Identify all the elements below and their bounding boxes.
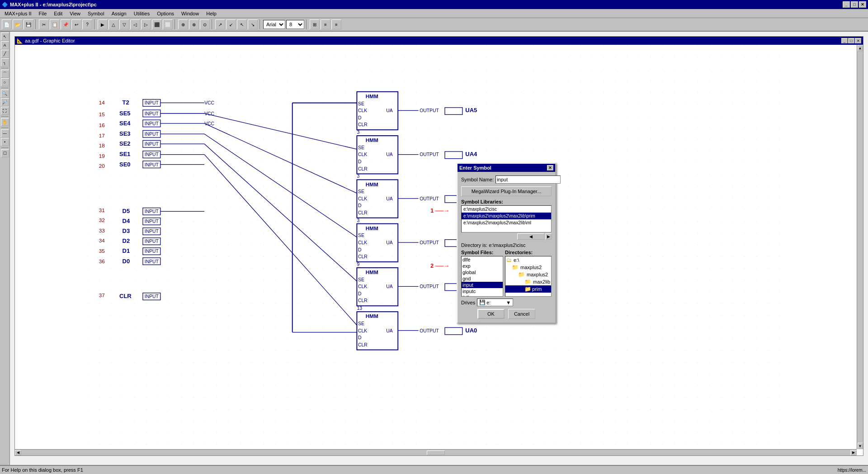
status-bar: For Help on this dialog box, press F1 ht…: [0, 465, 868, 474]
tb-icon4[interactable]: ▷: [141, 19, 151, 29]
menu-file[interactable]: File: [35, 10, 51, 17]
zoom-out-tool[interactable]: 🔎: [1, 98, 9, 106]
tb-icon1[interactable]: △: [108, 19, 118, 29]
text-tool[interactable]: A: [1, 41, 9, 49]
tb-icon5[interactable]: ⬛: [152, 19, 162, 29]
svg-text:CLR: CLR: [358, 210, 368, 215]
paste-btn[interactable]: 📌: [61, 19, 71, 29]
lib-scroll-left[interactable]: ◀: [517, 233, 544, 240]
tb-icon16[interactable]: ≡: [331, 19, 341, 29]
zoom-in-tool[interactable]: 🔍: [1, 90, 9, 98]
tb-icon13[interactable]: ↘: [248, 19, 258, 29]
maximize-button[interactable]: □: [851, 1, 858, 8]
libraries-listbox[interactable]: e:\maxplus2\cisc e:\maxplus2\maxplus2\ma…: [461, 205, 552, 232]
symbol-tool[interactable]: ☐: [1, 149, 9, 157]
tb-icon2[interactable]: ▽: [119, 19, 129, 29]
file-global[interactable]: global: [462, 269, 503, 275]
menu-assign[interactable]: Assign: [108, 10, 130, 17]
line-tool[interactable]: ╱: [1, 50, 9, 58]
lib-scroll-right[interactable]: ▶: [545, 233, 552, 240]
menu-help[interactable]: Help: [203, 10, 220, 17]
tb-icon12[interactable]: ↖: [237, 19, 247, 29]
file-dlfe[interactable]: dlfe: [462, 256, 503, 263]
editor-maximize-btn[interactable]: □: [848, 38, 854, 43]
horizontal-scrollbar[interactable]: ◀ ▶: [15, 449, 857, 455]
tb-icon7[interactable]: ⊕: [178, 19, 188, 29]
dir-maxplus2-1[interactable]: 📁maxplus2: [505, 264, 551, 271]
new-btn[interactable]: 📄: [2, 19, 12, 29]
svg-text:35: 35: [99, 248, 105, 254]
ortho-line-tool[interactable]: ┐: [1, 58, 9, 66]
menu-maxplus[interactable]: MAX+plus II: [1, 10, 35, 17]
lib-item-2[interactable]: e:\maxplus2\maxplus2\max2lib\prim: [462, 213, 551, 219]
fit-tool[interactable]: ⛶: [1, 107, 9, 115]
app-icon: 🔷: [2, 2, 8, 8]
menu-edit[interactable]: Edit: [50, 10, 66, 17]
vertical-scrollbar[interactable]: ▲ ▼: [857, 45, 863, 449]
tb-icon3[interactable]: ◁: [130, 19, 140, 29]
editor-icon: 📐: [17, 38, 23, 44]
undo-btn[interactable]: ↩: [71, 19, 81, 29]
cancel-button[interactable]: Cancel: [508, 309, 535, 319]
editor-close-btn[interactable]: ✕: [855, 38, 861, 43]
close-button[interactable]: ✕: [859, 1, 866, 8]
svg-text:SE5: SE5: [119, 110, 131, 117]
file-jkff[interactable]: jkff: [462, 294, 503, 297]
tb-icon9[interactable]: ⊙: [200, 19, 210, 29]
cut-btn[interactable]: ✂: [39, 19, 49, 29]
dir-e[interactable]: 🗂e:\: [505, 256, 551, 264]
open-btn[interactable]: 📂: [13, 19, 23, 29]
svg-text:HMM: HMM: [366, 137, 378, 143]
file-input[interactable]: input: [462, 282, 503, 288]
copy-btn[interactable]: 📋: [50, 19, 60, 29]
font-name-select[interactable]: Arial: [263, 20, 285, 29]
svg-text:D5: D5: [123, 208, 130, 214]
font-size-select[interactable]: 8: [286, 20, 304, 29]
svg-text:SE0: SE0: [119, 161, 131, 168]
svg-text:INPUT: INPUT: [145, 132, 159, 137]
menu-utilities[interactable]: Utilities: [130, 10, 153, 17]
dir-max2lib[interactable]: 📁max2lib: [505, 278, 551, 285]
drives-value[interactable]: 💾 e: ▼: [477, 299, 513, 306]
menu-window[interactable]: Window: [178, 10, 203, 17]
drives-dropdown-arrow[interactable]: ▼: [506, 300, 511, 305]
node-tool[interactable]: •: [1, 138, 9, 146]
menu-options[interactable]: Options: [153, 10, 178, 17]
move-tool[interactable]: ✋: [1, 118, 9, 126]
svg-text:SE: SE: [358, 321, 364, 326]
editor-minimize-btn[interactable]: _: [841, 38, 848, 43]
help-btn[interactable]: ?: [82, 19, 92, 29]
menu-symbol[interactable]: Symbol: [84, 10, 108, 17]
megawizard-btn[interactable]: MegaWizard Plug-In Manager...: [461, 186, 552, 196]
dir-prim[interactable]: 📁prim: [505, 285, 551, 293]
pointer-tool[interactable]: ↖: [1, 33, 9, 41]
tb-icon8[interactable]: ⊗: [189, 19, 199, 29]
tb-icon11[interactable]: ↙: [226, 19, 236, 29]
arc-tool[interactable]: ⌒: [1, 70, 9, 78]
lib-item-1[interactable]: e:\maxplus2\cisc: [462, 206, 551, 213]
tb-icon15[interactable]: ≡: [321, 19, 330, 29]
lib-item-3[interactable]: e:\maxplus2\maxplus2\max2lib\ml: [462, 219, 551, 226]
svg-text:D4: D4: [123, 218, 130, 224]
dialog-close-btn[interactable]: ✕: [547, 165, 553, 171]
file-exp[interactable]: exp: [462, 263, 503, 269]
tb-icon14[interactable]: ⊞: [310, 19, 320, 29]
tb-icon6[interactable]: ⬜: [163, 19, 173, 29]
file-gnd[interactable]: gnd: [462, 275, 503, 282]
symbol-name-input[interactable]: [495, 175, 561, 184]
save-btn[interactable]: 💾: [24, 19, 33, 29]
symbol-files-list[interactable]: dlfe exp global gnd input inputc jkff jk…: [461, 256, 503, 297]
tb-icon10[interactable]: ↗: [215, 19, 225, 29]
dir-maxplus2-2[interactable]: 📁maxplus2: [505, 271, 551, 278]
ok-button[interactable]: OK: [477, 309, 505, 319]
compile-btn[interactable]: ▶: [98, 19, 108, 29]
directories-list[interactable]: 🗂e:\ 📁maxplus2 📁maxplus2 📁max2lib: [505, 256, 552, 297]
minimize-button[interactable]: _: [843, 1, 850, 8]
arrow-1-label: 1 ──→: [430, 207, 449, 214]
directory-label: Directory is: e:\maxplus2\cisc: [461, 242, 552, 248]
file-inputc[interactable]: inputc: [462, 288, 503, 294]
menu-view[interactable]: View: [66, 10, 84, 17]
wire-tool[interactable]: —: [1, 129, 9, 137]
svg-text:INPUT: INPUT: [145, 294, 159, 299]
circle-tool[interactable]: ○: [1, 78, 9, 86]
